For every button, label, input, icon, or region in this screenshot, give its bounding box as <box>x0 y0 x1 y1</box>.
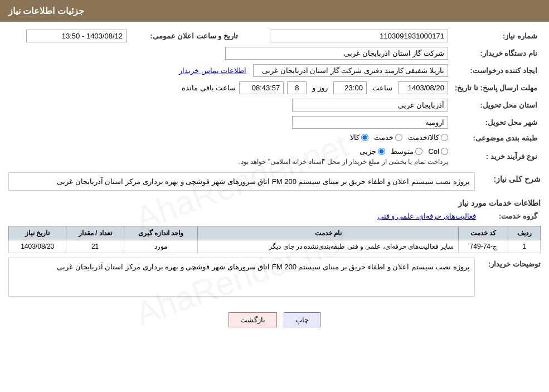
purchase-type-label-col: Col <box>428 147 439 156</box>
page-title: جزئیات اطلاعات نیاز <box>8 6 84 16</box>
col-quantity: تعداد / مقدار <box>66 226 124 240</box>
purchase-type-option-mutawaset[interactable]: متوسط <box>391 147 422 156</box>
category-label: طبقه بندی موضوعی: <box>451 131 541 145</box>
buyer-description-label: توضیحات خریدار: <box>479 258 541 268</box>
service-group-link[interactable]: فعالیت‌های حرفه‌ای، علمی و فنی <box>378 212 476 220</box>
need-description-box: AhaRender.net پروژه نصب سیستم اعلان و اط… <box>8 172 475 191</box>
purchase-type-option-jozi[interactable]: جزیی <box>359 147 385 156</box>
response-time-value: 23:00 <box>333 81 367 94</box>
category-radio-khedmat[interactable] <box>395 134 402 141</box>
col-row-number: ردیف <box>508 226 541 240</box>
service-group-label: گروه خدمت: <box>479 210 541 222</box>
cell-unit: مورد <box>124 240 197 253</box>
page-wrapper: جزئیات اطلاعات نیاز شماره نیاز: 11030919… <box>0 0 549 392</box>
purchase-type-label-jozi: جزیی <box>359 147 376 156</box>
category-radio-kala-khedmat[interactable] <box>441 134 448 141</box>
cell-service-name: سایر فعالیت‌های حرفه‌ای، علمی و فنی طبقه… <box>198 240 459 253</box>
category-option-kala[interactable]: کالا <box>350 133 368 142</box>
purchase-type-radio-col[interactable] <box>441 148 448 155</box>
main-info-table: شماره نیاز: 1103091931000171 تاریخ و ساع… <box>8 27 541 168</box>
delivery-province-value: آذربایجان غربی <box>8 96 451 114</box>
cell-date: 1403/08/20 <box>9 240 66 253</box>
response-deadline-label: مهلت ارسال پاسخ: تا تاریخ: <box>451 79 541 96</box>
back-button[interactable]: بازگشت <box>229 312 277 327</box>
buyer-description-text: پروژه نصب سیستم اعلان و اطفاء حریق بر مب… <box>57 263 470 271</box>
service-group-value: فعالیت‌های حرفه‌ای، علمی و فنی <box>8 210 479 222</box>
purchase-type-radio-jozi[interactable] <box>378 148 385 155</box>
col-unit: واحد اندازه گیری <box>124 226 197 240</box>
purchase-type-note: پرداخت تمام یا بخشی از مبلغ خریدار از مح… <box>239 158 448 166</box>
announcement-datetime-value: 1403/08/12 - 13:50 <box>8 27 130 45</box>
category-row: کالا/خدمت خدمت کالا <box>8 131 451 145</box>
need-description-text: پروژه نصب سیستم اعلان و اطفاء حریق بر مب… <box>57 177 470 186</box>
category-label-khedmat: خدمت <box>374 133 393 142</box>
purchase-type-row: Col متوسط جزیی <box>8 145 451 168</box>
services-table: ردیف کد خدمت نام خدمت واحد اندازه گیری ت… <box>8 226 541 253</box>
response-date-value: 1403/08/20 <box>398 81 448 94</box>
table-row: 1 ج-74-749 سایر فعالیت‌های حرفه‌ای، علمی… <box>9 240 541 253</box>
cell-row-number: 1 <box>508 240 541 253</box>
page-header: جزئیات اطلاعات نیاز <box>0 0 549 22</box>
category-label-kala: کالا <box>350 133 359 142</box>
response-days-label: روز و <box>312 84 328 92</box>
print-button[interactable]: چاپ <box>284 312 320 327</box>
category-radio-kala[interactable] <box>361 134 368 141</box>
creator-contact-link[interactable]: اطلاعات تماس خریدار <box>179 66 246 75</box>
buyer-org-value: شرکت گاز استان اذربایجان غربی <box>8 45 451 62</box>
delivery-city-value: ارومیه <box>8 114 451 131</box>
need-number-label: شماره نیاز: <box>451 27 541 45</box>
buyer-description-box: AhaRender.net پروژه نصب سیستم اعلان و اط… <box>8 258 475 297</box>
need-description-label: شرح کلی نیاز: <box>479 172 541 183</box>
need-description-section: شرح کلی نیاز: AhaRender.net پروژه نصب سی… <box>8 172 541 194</box>
purchase-type-option-col[interactable]: Col <box>428 147 448 156</box>
response-days-value: 8 <box>287 81 307 94</box>
content-area: شماره نیاز: 1103091931000171 تاریخ و ساع… <box>0 22 549 340</box>
buyer-org-label: نام دستگاه خریدار: <box>451 45 541 62</box>
creator-row: نازیلا شفیقی کارمند دفتری شرکت گاز استان… <box>8 62 451 79</box>
delivery-city-label: شهر محل تحویل: <box>451 114 541 131</box>
purchase-type-label: نوع فرآیند خرید : <box>451 145 541 168</box>
remaining-time-label: ساعت باقی مانده <box>182 84 236 92</box>
category-option-kala-khedmat[interactable]: کالا/خدمت <box>408 133 448 142</box>
response-deadline-row: 1403/08/20 ساعت 23:00 روز و 8 08:43:57 س… <box>8 79 451 96</box>
creator-label: ایجاد کننده درخواست: <box>451 62 541 79</box>
need-number-value: 1103091931000171 <box>241 27 451 45</box>
remaining-time-value: 08:43:57 <box>239 81 284 94</box>
purchase-type-radio-mutawaset[interactable] <box>415 148 422 155</box>
response-time-label: ساعت <box>372 84 392 92</box>
cell-service-code: ج-74-749 <box>459 240 508 253</box>
buyer-description-section: توضیحات خریدار: AhaRender.net پروژه نصب … <box>8 258 541 300</box>
col-date: تاریخ نیاز <box>9 226 66 240</box>
services-section: اطلاعات خدمات مورد نیاز گروه خدمت: فعالی… <box>8 199 541 253</box>
col-service-name: نام خدمت <box>198 226 459 240</box>
category-label-kala-khedmat: کالا/خدمت <box>408 133 439 142</box>
service-group-table: گروه خدمت: فعالیت‌های حرفه‌ای، علمی و فن… <box>8 210 541 222</box>
announcement-datetime-label: تاریخ و ساعت اعلان عمومی: <box>130 27 241 45</box>
purchase-type-label-mutawaset: متوسط <box>391 147 414 156</box>
cell-quantity: 21 <box>66 240 124 253</box>
services-section-title: اطلاعات خدمات مورد نیاز <box>8 199 541 207</box>
delivery-province-label: استان محل تحویل: <box>451 96 541 114</box>
col-service-code: کد خدمت <box>459 226 508 240</box>
category-option-khedmat[interactable]: خدمت <box>374 133 402 142</box>
need-number-input: 1103091931000171 <box>270 30 448 42</box>
button-row: چاپ بازگشت <box>8 306 541 334</box>
